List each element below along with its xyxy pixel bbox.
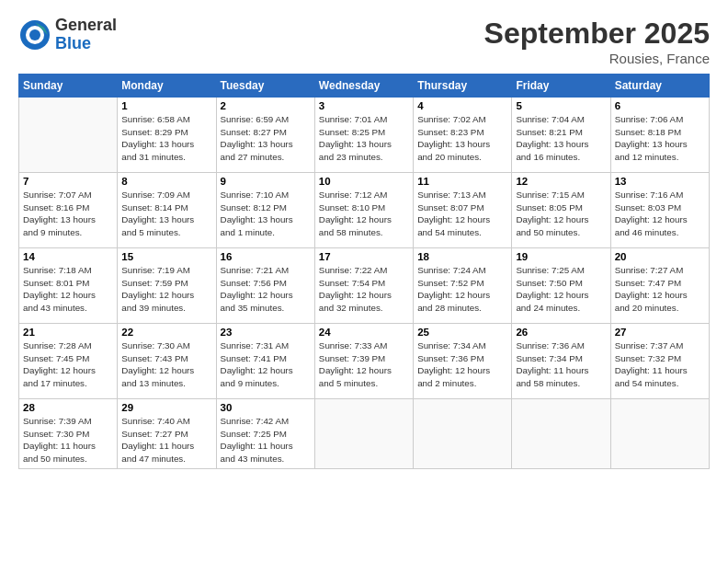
- day-number: 3: [319, 100, 409, 111]
- table-cell: 8Sunrise: 7:09 AMSunset: 8:14 PMDaylight…: [118, 173, 216, 248]
- table-cell: 24Sunrise: 7:33 AMSunset: 7:39 PMDayligh…: [314, 324, 413, 399]
- table-cell: 30Sunrise: 7:42 AMSunset: 7:25 PMDayligh…: [216, 399, 314, 469]
- table-cell: [414, 399, 512, 469]
- day-number: 4: [417, 100, 507, 111]
- table-cell: 1Sunrise: 6:58 AMSunset: 8:29 PMDaylight…: [118, 98, 216, 173]
- day-number: 23: [221, 327, 311, 338]
- day-number: 19: [516, 251, 606, 262]
- day-number: 18: [417, 251, 507, 262]
- day-number: 12: [516, 176, 606, 187]
- table-cell: 22Sunrise: 7:30 AMSunset: 7:43 PMDayligh…: [118, 324, 216, 399]
- table-cell: 7Sunrise: 7:07 AMSunset: 8:16 PMDaylight…: [19, 173, 118, 248]
- table-cell: 9Sunrise: 7:10 AMSunset: 8:12 PMDaylight…: [216, 173, 314, 248]
- day-number: 2: [221, 100, 311, 111]
- day-info: Sunrise: 7:13 AMSunset: 8:07 PMDaylight:…: [417, 189, 507, 239]
- logo-blue: Blue: [55, 35, 117, 53]
- table-cell: 5Sunrise: 7:04 AMSunset: 8:21 PMDaylight…: [512, 98, 610, 173]
- day-info: Sunrise: 7:12 AMSunset: 8:10 PMDaylight:…: [319, 189, 409, 239]
- table-cell: [19, 98, 118, 173]
- day-number: 8: [121, 176, 211, 187]
- day-number: 26: [516, 327, 606, 338]
- day-number: 25: [417, 327, 507, 338]
- day-info: Sunrise: 7:06 AMSunset: 8:18 PMDaylight:…: [615, 113, 705, 164]
- table-cell: 16Sunrise: 7:21 AMSunset: 7:56 PMDayligh…: [216, 248, 314, 324]
- day-info: Sunrise: 7:07 AMSunset: 8:16 PMDaylight:…: [23, 189, 113, 239]
- table-cell: 14Sunrise: 7:18 AMSunset: 8:01 PMDayligh…: [19, 248, 118, 324]
- table-cell: 21Sunrise: 7:28 AMSunset: 7:45 PMDayligh…: [19, 324, 118, 399]
- day-info: Sunrise: 7:39 AMSunset: 7:30 PMDaylight:…: [23, 415, 113, 465]
- day-info: Sunrise: 7:09 AMSunset: 8:14 PMDaylight:…: [121, 189, 211, 239]
- logo-icon: [18, 18, 51, 52]
- day-info: Sunrise: 7:18 AMSunset: 8:01 PMDaylight:…: [23, 264, 113, 315]
- col-friday: Friday: [512, 75, 610, 98]
- day-number: 30: [221, 402, 311, 413]
- day-info: Sunrise: 7:34 AMSunset: 7:36 PMDaylight:…: [417, 339, 507, 390]
- table-cell: 27Sunrise: 7:37 AMSunset: 7:32 PMDayligh…: [610, 324, 709, 399]
- day-number: 15: [121, 251, 211, 262]
- day-info: Sunrise: 7:31 AMSunset: 7:41 PMDaylight:…: [221, 339, 311, 390]
- day-number: 7: [23, 176, 113, 187]
- table-cell: 6Sunrise: 7:06 AMSunset: 8:18 PMDaylight…: [610, 98, 709, 173]
- day-info: Sunrise: 7:33 AMSunset: 7:39 PMDaylight:…: [319, 339, 409, 390]
- day-info: Sunrise: 7:21 AMSunset: 7:56 PMDaylight:…: [221, 264, 311, 315]
- table-cell: 23Sunrise: 7:31 AMSunset: 7:41 PMDayligh…: [216, 324, 314, 399]
- logo-general: General: [55, 17, 117, 35]
- day-number: 16: [221, 251, 311, 262]
- day-info: Sunrise: 7:22 AMSunset: 7:54 PMDaylight:…: [319, 264, 409, 315]
- table-cell: 18Sunrise: 7:24 AMSunset: 7:52 PMDayligh…: [414, 248, 512, 324]
- day-info: Sunrise: 7:16 AMSunset: 8:03 PMDaylight:…: [615, 189, 705, 239]
- table-cell: 20Sunrise: 7:27 AMSunset: 7:47 PMDayligh…: [610, 248, 709, 324]
- day-number: 14: [23, 251, 113, 262]
- col-thursday: Thursday: [414, 75, 512, 98]
- day-number: 24: [319, 327, 409, 338]
- table-cell: [610, 399, 709, 469]
- day-number: 1: [121, 100, 211, 111]
- day-info: Sunrise: 7:28 AMSunset: 7:45 PMDaylight:…: [23, 339, 113, 390]
- table-cell: 26Sunrise: 7:36 AMSunset: 7:34 PMDayligh…: [512, 324, 610, 399]
- table-cell: [314, 399, 413, 469]
- day-number: 28: [23, 402, 113, 413]
- day-info: Sunrise: 7:02 AMSunset: 8:23 PMDaylight:…: [417, 113, 507, 164]
- table-cell: 25Sunrise: 7:34 AMSunset: 7:36 PMDayligh…: [414, 324, 512, 399]
- svg-point-2: [29, 29, 40, 40]
- table-cell: 4Sunrise: 7:02 AMSunset: 8:23 PMDaylight…: [414, 98, 512, 173]
- day-info: Sunrise: 7:01 AMSunset: 8:25 PMDaylight:…: [319, 113, 409, 164]
- table-cell: 28Sunrise: 7:39 AMSunset: 7:30 PMDayligh…: [19, 399, 118, 469]
- col-monday: Monday: [118, 75, 216, 98]
- day-info: Sunrise: 7:04 AMSunset: 8:21 PMDaylight:…: [516, 113, 606, 164]
- header: General Blue September 2025 Rousies, Fra…: [18, 17, 710, 66]
- logo-text: General Blue: [55, 17, 117, 53]
- logo: General Blue: [18, 17, 117, 53]
- day-info: Sunrise: 7:36 AMSunset: 7:34 PMDaylight:…: [516, 339, 606, 390]
- table-cell: 13Sunrise: 7:16 AMSunset: 8:03 PMDayligh…: [610, 173, 709, 248]
- table-cell: 19Sunrise: 7:25 AMSunset: 7:50 PMDayligh…: [512, 248, 610, 324]
- col-sunday: Sunday: [19, 75, 118, 98]
- day-info: Sunrise: 7:15 AMSunset: 8:05 PMDaylight:…: [516, 189, 606, 239]
- calendar-header-row: Sunday Monday Tuesday Wednesday Thursday…: [19, 75, 710, 98]
- table-cell: 2Sunrise: 6:59 AMSunset: 8:27 PMDaylight…: [216, 98, 314, 173]
- day-info: Sunrise: 6:58 AMSunset: 8:29 PMDaylight:…: [121, 113, 211, 164]
- day-info: Sunrise: 7:25 AMSunset: 7:50 PMDaylight:…: [516, 264, 606, 315]
- table-cell: 11Sunrise: 7:13 AMSunset: 8:07 PMDayligh…: [414, 173, 512, 248]
- col-tuesday: Tuesday: [216, 75, 314, 98]
- day-number: 13: [615, 176, 705, 187]
- table-cell: 10Sunrise: 7:12 AMSunset: 8:10 PMDayligh…: [314, 173, 413, 248]
- day-number: 29: [121, 402, 211, 413]
- day-number: 27: [615, 327, 705, 338]
- day-info: Sunrise: 7:37 AMSunset: 7:32 PMDaylight:…: [615, 339, 705, 390]
- day-number: 6: [615, 100, 705, 111]
- col-saturday: Saturday: [610, 75, 709, 98]
- day-info: Sunrise: 7:27 AMSunset: 7:47 PMDaylight:…: [615, 264, 705, 315]
- day-number: 22: [121, 327, 211, 338]
- col-wednesday: Wednesday: [314, 75, 413, 98]
- day-info: Sunrise: 6:59 AMSunset: 8:27 PMDaylight:…: [221, 113, 311, 164]
- day-number: 17: [319, 251, 409, 262]
- day-number: 20: [615, 251, 705, 262]
- page: General Blue September 2025 Rousies, Fra…: [0, 0, 728, 563]
- table-cell: 29Sunrise: 7:40 AMSunset: 7:27 PMDayligh…: [118, 399, 216, 469]
- day-number: 5: [516, 100, 606, 111]
- table-cell: 3Sunrise: 7:01 AMSunset: 8:25 PMDaylight…: [314, 98, 413, 173]
- month-title: September 2025: [484, 17, 710, 51]
- table-cell: 12Sunrise: 7:15 AMSunset: 8:05 PMDayligh…: [512, 173, 610, 248]
- day-number: 11: [417, 176, 507, 187]
